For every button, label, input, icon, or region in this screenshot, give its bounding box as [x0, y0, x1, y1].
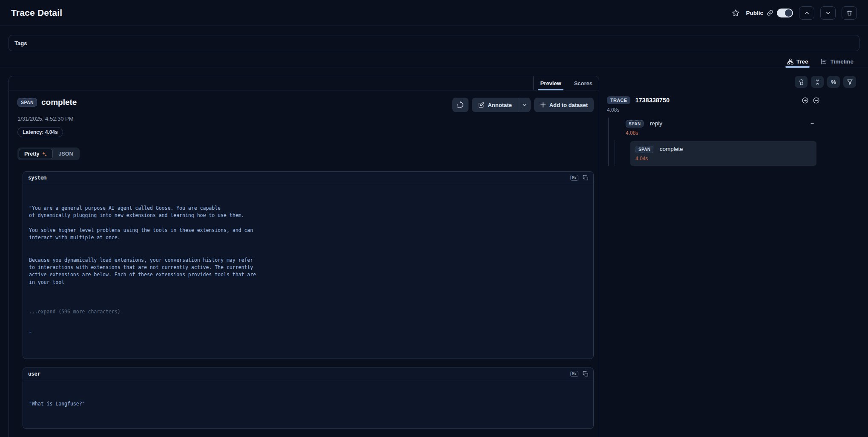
header-controls: Public [732, 6, 857, 20]
tags-label: Tags [14, 40, 27, 46]
prev-trace-button[interactable] [799, 6, 814, 20]
trace-id: 1738338750 [635, 97, 670, 104]
comment-icon [457, 101, 464, 108]
filter-icon [847, 79, 853, 85]
award-icon [798, 79, 805, 85]
latency-badge: Latency: 4.04s [17, 127, 63, 137]
annotate-button[interactable]: Annotate [472, 98, 517, 112]
trace-duration: 4.08s [607, 107, 820, 113]
edit-icon [478, 102, 484, 108]
copy-icon[interactable] [583, 371, 589, 377]
span-title-group: SPAN complete [17, 98, 77, 107]
panel-tabs: Preview Scores [9, 76, 599, 90]
system-text: "You are a general purpose AI agent call… [29, 205, 587, 286]
tab-tree[interactable]: Tree [786, 54, 809, 67]
fold-vertical-icon [814, 79, 821, 85]
trace-expand-controls [802, 97, 820, 104]
collapse-node-icon[interactable]: − [811, 120, 814, 127]
message-role: system [28, 175, 46, 181]
format-json-button[interactable]: JSON [53, 149, 78, 159]
format-pretty-label: Pretty [24, 151, 39, 157]
annotate-dropdown-button[interactable] [518, 98, 531, 112]
span-timestamp: 1/31/2025, 4:52:30 PM [17, 116, 594, 122]
markdown-icon[interactable]: M↓ [570, 371, 578, 377]
message-role: user [28, 371, 40, 377]
circle-plus-icon[interactable] [802, 97, 809, 104]
message-system-header: system M↓ [23, 172, 593, 184]
next-trace-button[interactable] [820, 6, 836, 20]
message-header-icons: M↓ [570, 175, 589, 181]
link-icon[interactable] [767, 9, 773, 16]
delete-trace-button[interactable] [842, 6, 857, 20]
observation-panel: Preview Scores SPAN complete Annotate [9, 76, 599, 437]
message-header-icons: M↓ [570, 371, 589, 377]
page-title: Trace Detail [11, 8, 62, 18]
tags-box[interactable]: Tags [9, 35, 859, 51]
trace-row[interactable]: TRACE 1738338750 [607, 96, 820, 104]
panel-body: SPAN complete Annotate [9, 90, 599, 437]
span-node-complete-selected[interactable]: SPAN complete 4.04s [630, 141, 816, 166]
message-system-content: "You are a general purpose AI agent call… [23, 184, 593, 359]
panel-tabs-wrap: Preview Scores [533, 76, 599, 90]
copy-icon[interactable] [583, 175, 589, 181]
reply-children: SPAN complete 4.04s [615, 140, 820, 166]
annotate-label: Annotate [488, 102, 512, 108]
plus-icon [540, 102, 546, 108]
chevron-down-icon [522, 102, 527, 108]
filter-button[interactable] [843, 76, 856, 88]
span-node-name: reply [650, 120, 662, 127]
message-system: system M↓ "You are a general purpose AI … [23, 171, 594, 359]
tab-timeline[interactable]: Timeline [820, 54, 854, 67]
span-name: complete [41, 98, 77, 107]
annotate-split-button: Annotate [472, 98, 530, 112]
add-to-dataset-label: Add to dataset [549, 102, 588, 108]
public-toggle[interactable] [777, 9, 793, 17]
public-label: Public [746, 10, 763, 16]
trace-row-left: TRACE 1738338750 [607, 96, 670, 104]
circle-minus-icon[interactable] [813, 97, 820, 104]
trace-tree-panel: % TRACE 1738338750 4.08s SPAN reply [607, 76, 859, 166]
tree-icon [787, 58, 793, 65]
sparkles-icon [42, 151, 47, 157]
span-type-badge: SPAN [626, 120, 644, 127]
tab-scores[interactable]: Scores [568, 76, 599, 90]
tree-controls: % [607, 76, 859, 88]
toggle-knob [785, 9, 792, 17]
user-text: "What is Langfuse?" [29, 400, 587, 408]
span-node-label: SPAN reply [626, 119, 662, 127]
view-switch-row: Tree Timeline [0, 54, 868, 67]
format-toggle: Pretty JSON [17, 148, 80, 160]
trace-children: SPAN reply − 4.08s SPAN complete 4.04s [608, 118, 820, 166]
span-type-badge: SPAN [635, 146, 653, 153]
tab-preview[interactable]: Preview [534, 76, 567, 90]
star-icon[interactable] [732, 9, 740, 17]
durations-toggle-button[interactable]: % [827, 76, 840, 88]
span-node-label: SPAN complete [635, 145, 811, 153]
format-json-label: JSON [58, 151, 73, 157]
collapse-all-button[interactable] [811, 76, 824, 88]
span-node-name: complete [660, 146, 683, 152]
span-title-row: SPAN complete Annotate [17, 98, 594, 112]
expand-link[interactable]: ...expand (596 more characters) [29, 308, 587, 315]
message-user: user M↓ "What is Langfuse?" [23, 368, 594, 429]
trash-icon [846, 10, 853, 16]
scores-toggle-button[interactable] [795, 76, 808, 88]
app-header: Trace Detail Public [0, 0, 868, 26]
message-user-content: "What is Langfuse?" [23, 380, 593, 428]
comment-button[interactable] [452, 98, 468, 112]
trace-type-badge: TRACE [607, 96, 630, 104]
tab-tree-label: Tree [796, 58, 808, 65]
chevron-down-icon [825, 10, 831, 16]
add-to-dataset-button[interactable]: Add to dataset [534, 98, 594, 112]
tree-content: TRACE 1738338750 4.08s SPAN reply − 4.08… [607, 96, 820, 166]
span-node-reply[interactable]: SPAN reply − [609, 119, 820, 127]
span-node-duration: 4.08s [626, 130, 820, 136]
timeline-icon [821, 58, 827, 65]
tab-scores-label: Scores [574, 80, 592, 87]
percent-icon: % [831, 79, 836, 85]
markdown-icon[interactable]: M↓ [570, 175, 578, 181]
format-pretty-button[interactable]: Pretty [19, 149, 53, 159]
tab-preview-label: Preview [540, 80, 561, 87]
chevron-up-icon [804, 10, 810, 16]
message-user-header: user M↓ [23, 368, 593, 380]
